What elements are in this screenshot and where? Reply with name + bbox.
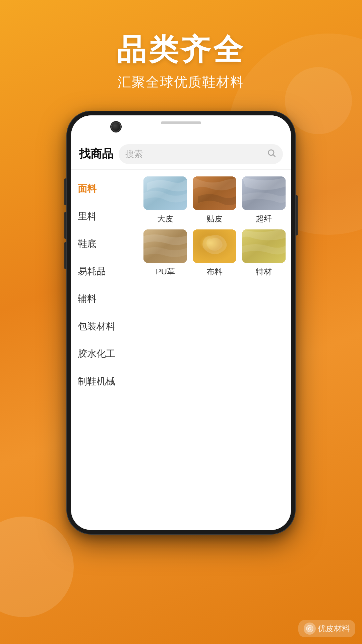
front-camera [111,122,121,131]
sidebar-item-zhixuejixie[interactable]: 制鞋机械 [71,368,138,395]
sidebar-item-fuliao[interactable]: 辅料 [71,285,138,313]
product-item-pu[interactable]: PU革 [143,229,187,277]
product-image-buliao [193,229,236,263]
product-item-tiepi[interactable]: 贴皮 [193,176,237,224]
product-image-pu [143,229,187,263]
content-area: 面料 里料 鞋底 易耗品 辅料 包装材料 [71,170,291,530]
product-image-dapi [143,176,187,210]
notch-area [71,115,291,139]
speaker-grille [161,121,201,124]
sidebar-item-jiaoshuihuagong[interactable]: 胶水化工 [71,340,138,368]
search-placeholder: 搜索 [125,148,263,160]
main-title: 品类齐全 [0,34,362,66]
app-header: 找商品 搜索 [71,139,291,169]
sub-title: 汇聚全球优质鞋材料 [0,73,362,91]
product-item-chaowei[interactable]: 超纤 [242,176,286,224]
sidebar-item-mianliao[interactable]: 面料 [71,175,138,203]
watermark-text: 优皮材料 [318,623,350,634]
category-sidebar: 面料 里料 鞋底 易耗品 辅料 包装材料 [71,170,138,530]
svg-text:Q: Q [308,627,311,631]
product-image-tiepi [193,176,236,210]
product-label-buliao: 布料 [206,266,223,277]
phone-outer-frame: 找商品 搜索 面料 [67,111,295,534]
product-image-chaowei [242,176,286,210]
watermark: Q 优皮材料 [298,620,355,637]
product-item-tecai[interactable]: 特材 [242,229,286,277]
product-grid: 大皮 [138,170,291,530]
product-label-dapi: 大皮 [157,213,173,224]
phone-screen: 找商品 搜索 面料 [71,115,291,530]
product-label-tecai: 特材 [256,266,272,277]
search-icon [267,148,276,160]
sidebar-item-baozhuang[interactable]: 包装材料 [71,313,138,340]
product-label-chaowei: 超纤 [256,213,272,224]
header-section: 品类齐全 汇聚全球优质鞋材料 [0,0,362,91]
svg-line-1 [273,155,275,156]
search-bar[interactable]: 搜索 [119,144,283,164]
product-label-tiepi: 贴皮 [206,213,223,224]
phone-mockup: 找商品 搜索 面料 [0,111,362,534]
app-title: 找商品 [79,146,113,162]
product-label-pu: PU革 [156,266,175,277]
sidebar-item-xiedi[interactable]: 鞋底 [71,230,138,258]
product-item-dapi[interactable]: 大皮 [143,176,187,224]
sidebar-item-liliao[interactable]: 里料 [71,203,138,230]
watermark-icon: Q [304,623,316,635]
product-item-buliao[interactable]: 布料 [193,229,237,277]
product-image-tecai [242,229,286,263]
sidebar-item-yihaoping[interactable]: 易耗品 [71,258,138,285]
